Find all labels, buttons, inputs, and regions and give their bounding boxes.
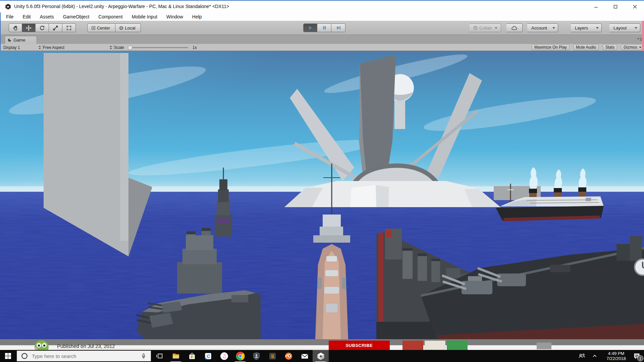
scale-slider[interactable] [126,45,190,50]
hand-icon [13,25,18,31]
tray-chevron-icon[interactable] [591,352,598,360]
task-view-icon [155,352,164,360]
collab-button[interactable]: Collab [470,23,501,32]
close-button[interactable] [627,2,643,11]
move-tool-button[interactable] [22,23,36,32]
pivot-toggle-button[interactable]: Center [87,23,115,32]
scale-value: 1x [193,45,197,50]
c-app-icon: C [204,352,213,361]
taskbar-search[interactable] [17,351,151,361]
game-tab-icon [7,38,12,42]
account-button[interactable]: Account [527,23,558,32]
cloud-icon [512,25,518,30]
clock-cursor-icon [635,259,644,275]
play-button[interactable] [303,23,317,32]
task-view-button[interactable] [152,350,168,362]
pivot-icon [91,26,96,30]
unity-taskbar-icon [316,352,325,361]
menu-edit[interactable]: Edit [23,14,31,19]
scale-icon [53,25,58,31]
menu-bar: File Edit Assets GameObject Component Mo… [0,12,644,21]
rotate-tool-button[interactable] [36,23,49,32]
cloud-button[interactable] [506,23,523,32]
start-button[interactable] [0,350,16,362]
scale-tool-button[interactable] [49,23,62,32]
chrome-icon [236,352,245,361]
window-title: Unity 5.6.0f3 Personal (64bit) - Level2.… [14,4,229,9]
taskbar-app-blender[interactable] [280,350,297,362]
stats-button[interactable]: Stats [603,44,617,50]
aspect-popup[interactable]: Free Aspect [42,45,114,50]
taskbar: C ♫ S 4:49 PM 7/22/201 [0,350,644,362]
taskbar-app-file-explorer[interactable] [168,350,184,362]
maximize-button[interactable] [608,2,623,11]
thumbnail-4 [537,343,551,349]
aspect-label: Free Aspect [43,45,64,50]
menu-gameobject[interactable]: GameObject [63,14,90,19]
thumbnail-1 [402,341,423,350]
layers-button[interactable]: Layers [571,23,602,32]
layout-button[interactable]: Layout [609,23,640,32]
taskbar-app-sublime-text[interactable]: S [264,350,280,362]
account-label: Account [531,25,547,31]
clock-time: 4:49 PM [606,351,626,356]
updown-arrow-icon [110,46,112,49]
action-center-button[interactable]: 1 [629,350,644,362]
pause-icon [322,25,327,31]
taskbar-app-itunes[interactable]: ♫ [216,350,232,362]
panel-tab-strip: Game [0,35,644,44]
space-toggle-button[interactable]: Local [115,23,141,32]
minimize-button[interactable] [588,2,604,11]
mute-audio-button[interactable]: Mute Audio [573,44,599,50]
display-popup[interactable]: Display 1 [2,45,43,50]
system-tray: 4:49 PM 7/22/2018 1 [578,350,644,362]
menu-assets[interactable]: Assets [40,14,54,19]
game-control-bar: Display 1 Free Aspect Scale 1x Maximize … [0,44,644,51]
subscribe-button[interactable]: SUBSCRIBE [329,341,390,350]
game-view-tab[interactable]: Game [5,36,37,44]
taskbar-app-c[interactable]: C [200,350,216,362]
maximize-on-play-button[interactable]: Maximize On Play [532,44,570,50]
hand-tool-button[interactable] [9,23,22,32]
menu-window[interactable]: Window [166,14,183,19]
menu-component[interactable]: Component [98,14,122,19]
search-input[interactable] [31,353,140,359]
rect-transform-icon [66,25,72,31]
taskbar-app-world-of-warships[interactable] [248,350,264,362]
mail-icon [300,352,309,361]
background-window-sliver [642,21,644,51]
step-button[interactable] [331,23,345,32]
microphone-icon[interactable] [140,352,147,360]
microsoft-store-icon [187,352,197,361]
step-icon [336,25,341,31]
people-icon[interactable] [578,352,586,360]
scale-label: Scale [114,45,124,50]
game-viewport[interactable] [0,51,644,339]
menu-help[interactable]: Help [192,14,202,19]
globe-icon [119,26,123,30]
updown-arrow-icon [39,46,41,49]
taskbar-app-microsoft-store[interactable] [184,350,200,362]
layers-label: Layers [575,25,588,31]
rect-tool-button[interactable] [62,23,76,32]
thumbnail-2 [425,341,445,350]
taskbar-app-mail[interactable] [297,350,313,362]
sublime-text-icon: S [268,352,277,361]
title-bar[interactable]: Unity 5.6.0f3 Personal (64bit) - Level2.… [0,0,644,13]
gizmos-dropdown-arrow [639,47,642,48]
menu-mobile-input[interactable]: Mobile Input [132,14,157,19]
layout-dropdown-arrow [635,27,637,29]
taskbar-clock[interactable]: 4:49 PM 7/22/2018 [606,351,626,361]
taskbar-app-unity[interactable] [313,350,329,362]
clock-date: 7/22/2018 [606,356,626,361]
move-icon [26,25,32,31]
main-toolbar: Center Local Collab Account Layers [0,21,644,35]
play-icon [308,25,313,31]
menu-file[interactable]: File [6,14,14,19]
pause-button[interactable] [317,23,331,32]
blender-icon [284,352,293,361]
gizmos-button[interactable]: Gizmos [621,44,643,50]
space-label: Local [125,25,135,31]
layout-label: Layout [613,25,627,31]
taskbar-app-chrome[interactable] [232,350,248,362]
